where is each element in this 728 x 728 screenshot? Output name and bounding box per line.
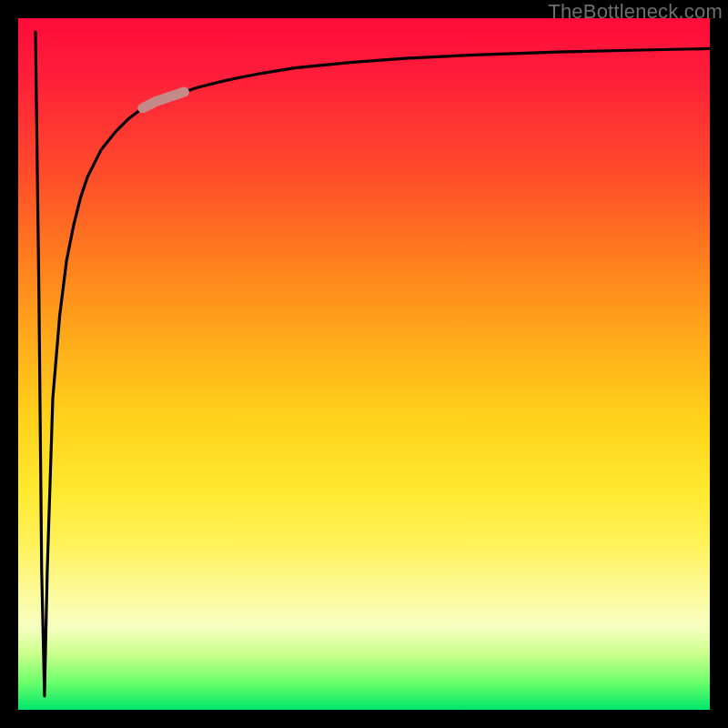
curve-highlight-segment <box>143 92 185 108</box>
curve-svg <box>18 18 710 710</box>
plot-area <box>18 18 710 710</box>
bottleneck-curve <box>35 32 710 696</box>
chart-frame: TheBottleneck.com <box>0 0 728 728</box>
